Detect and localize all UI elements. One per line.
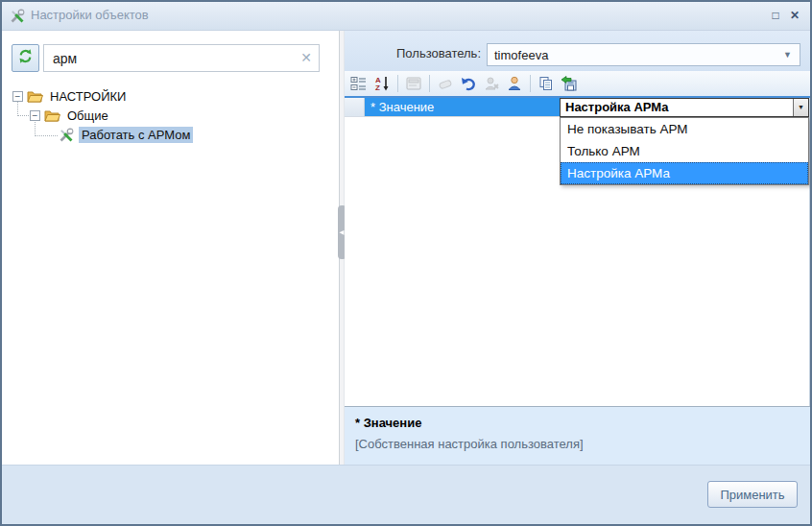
maximize-button[interactable]: □ (768, 7, 783, 24)
property-name-cell[interactable]: * Значение (365, 98, 560, 117)
settings-dialog: Настройки объектов □ ✕ ✕ − (0, 0, 812, 526)
search-box: ✕ (43, 44, 320, 72)
toolbar-separator (429, 75, 430, 92)
folder-open-icon (44, 108, 60, 123)
tree-node-label[interactable]: НАСТРОЙКИ (47, 88, 129, 105)
user-label: Пользователь: (345, 46, 481, 60)
categorized-icon[interactable] (348, 73, 370, 94)
property-grid: * Значение Настройка АРМа ▼ Не показыват… (345, 98, 810, 406)
user-combobox-value: timofeeva (494, 48, 548, 62)
value-dropdown-list: Не показывать АРМ Только АРМ Настройка А… (560, 117, 809, 185)
tree-node-label[interactable]: Работать с АРМом (79, 127, 193, 143)
dropdown-option-selected[interactable]: Настройка АРМа (561, 162, 808, 184)
apply-button[interactable]: Применить (707, 481, 798, 508)
settings-tree: − НАСТРОЙКИ − Общие (2, 83, 339, 465)
tools-icon (10, 9, 25, 24)
title-bar[interactable]: Настройки объектов □ ✕ (2, 2, 810, 31)
property-description-panel: * Значение [Собственная настройка пользо… (345, 406, 810, 465)
settings-tree-panel: ✕ − НАСТРОЙКИ − (2, 31, 339, 465)
toolbar-separator (530, 75, 531, 92)
clear-search-icon[interactable]: ✕ (300, 50, 312, 65)
tree-node-label[interactable]: Общие (64, 108, 111, 124)
description-title: * Значение (355, 416, 800, 430)
toolbar-separator (397, 75, 398, 92)
tools-icon (59, 128, 75, 142)
property-value: Настройка АРМа (565, 100, 669, 114)
tree-node-work-with-arm[interactable]: Работать с АРМом (59, 125, 193, 144)
folder-open-icon (27, 89, 43, 104)
dropdown-option[interactable]: Не показывать АРМ (561, 118, 808, 140)
property-row[interactable]: * Значение Настройка АРМа ▼ (345, 98, 809, 117)
undo-icon[interactable] (458, 73, 479, 94)
close-button[interactable]: ✕ (787, 7, 802, 24)
tree-node-common[interactable]: − Общие (30, 106, 111, 125)
property-pages-icon[interactable] (403, 73, 424, 94)
collapse-icon[interactable]: − (12, 91, 23, 102)
sort-az-icon[interactable]: A Z (371, 73, 393, 94)
tree-node-settings[interactable]: − НАСТРОЙКИ (12, 86, 129, 106)
refresh-button[interactable] (12, 44, 39, 72)
chevron-down-icon[interactable]: ▼ (783, 50, 792, 60)
remove-user-icon[interactable] (481, 73, 502, 94)
description-text: [Собственная настройка пользователя] (355, 437, 800, 451)
dropdown-option[interactable]: Только АРМ (561, 140, 808, 162)
window-title: Настройки объектов (31, 8, 149, 22)
search-input[interactable] (44, 45, 319, 71)
property-value-editor[interactable]: Настройка АРМа ▼ (560, 98, 809, 117)
user-row: Пользователь: timofeeva ▼ (345, 31, 810, 71)
property-toolbar: A Z (345, 71, 810, 98)
refresh-icon (17, 48, 34, 68)
collapse-icon[interactable]: − (30, 110, 40, 121)
dropdown-button[interactable]: ▼ (793, 99, 808, 116)
footer-bar: Применить (2, 465, 810, 524)
copy-icon[interactable] (536, 73, 557, 94)
svg-text:Z: Z (375, 84, 380, 92)
row-indicator (345, 98, 365, 117)
user-icon[interactable] (504, 73, 525, 94)
user-combobox[interactable]: timofeeva ▼ (487, 43, 800, 66)
eraser-icon[interactable] (435, 73, 456, 94)
transfer-settings-icon[interactable] (559, 73, 580, 94)
settings-detail-panel: Пользователь: timofeeva ▼ (345, 31, 810, 465)
